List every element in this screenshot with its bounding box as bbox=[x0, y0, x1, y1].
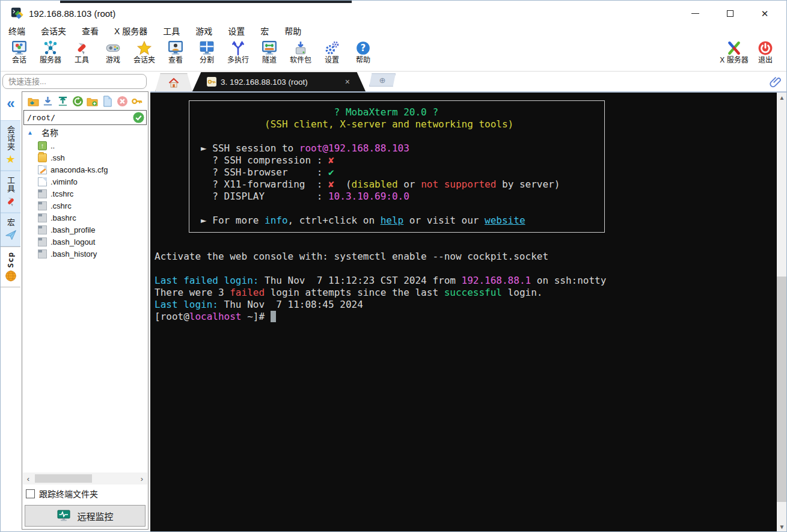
menu-games[interactable]: 游戏 bbox=[195, 25, 212, 37]
multiexec-button[interactable]: 多执行 bbox=[222, 39, 254, 64]
file-row[interactable]: .bash_logout bbox=[22, 236, 148, 248]
follow-terminal-folder[interactable]: 跟踪终端文件夹 bbox=[22, 485, 148, 503]
terminal[interactable]: ? MobaXterm 20.0 ? (SSH client, X-server… bbox=[150, 93, 777, 532]
sidebar-tab-strip: « 会话夹 ★ 工具 宏 Scp bbox=[0, 91, 22, 532]
menu-tools[interactable]: 工具 bbox=[163, 25, 180, 37]
file-row[interactable]: .viminfo bbox=[22, 176, 148, 188]
scroll-left-icon[interactable]: ‹ bbox=[23, 474, 34, 483]
packages-button[interactable]: 软件包 bbox=[285, 39, 316, 64]
file-row[interactable]: anaconda-ks.cfg bbox=[22, 164, 148, 176]
menu-help[interactable]: 帮助 bbox=[284, 25, 301, 37]
star-icon: ★ bbox=[5, 153, 17, 165]
menu-view[interactable]: 查看 bbox=[82, 25, 99, 37]
file-row[interactable]: .bashrc bbox=[22, 212, 148, 224]
sidebar-tab-scp[interactable]: Scp bbox=[0, 246, 20, 287]
terminal-line: ? MobaXterm 20.0 ? bbox=[155, 106, 606, 118]
swiss-knife-icon bbox=[5, 195, 17, 207]
path-input[interactable] bbox=[24, 113, 133, 122]
maximize-icon bbox=[727, 10, 733, 17]
file-icon bbox=[38, 177, 47, 186]
checkbox-label: 跟踪终端文件夹 bbox=[39, 488, 98, 500]
session-button[interactable]: 会话 bbox=[4, 39, 35, 64]
sidebar-tab-macros[interactable]: 宏 bbox=[0, 213, 20, 246]
menu-bar: 终端 会话夹 查看 X 服务器 工具 游戏 设置 宏 帮助 bbox=[0, 23, 787, 38]
new-folder-icon[interactable] bbox=[87, 96, 98, 107]
file-row[interactable]: .cshrc bbox=[22, 200, 148, 212]
scroll-up-icon[interactable]: ▲ bbox=[777, 93, 787, 103]
title-bar: 192.168.88.103 (root) ✕ bbox=[0, 3, 787, 23]
terminal-line: Last login: Thu Nov 7 11:08:45 2024 bbox=[155, 299, 606, 311]
games-button[interactable]: 游戏 bbox=[97, 39, 129, 64]
servers-button[interactable]: 服务器 bbox=[35, 39, 66, 64]
upload-icon[interactable] bbox=[57, 96, 69, 107]
globe-icon bbox=[5, 270, 17, 282]
terminal-line: ? SSH compression : ✘ bbox=[155, 154, 606, 167]
paper-plane-icon bbox=[5, 229, 17, 241]
scrollbar-thumb[interactable] bbox=[35, 474, 92, 483]
scrollbar-thumb[interactable] bbox=[777, 277, 787, 502]
new-file-icon[interactable] bbox=[102, 96, 113, 107]
refresh-icon[interactable] bbox=[72, 96, 84, 107]
home-tab[interactable] bbox=[155, 73, 192, 91]
monitor-chart-icon bbox=[57, 509, 71, 523]
gears-icon bbox=[324, 40, 340, 56]
file-row[interactable]: .tcshrc bbox=[22, 188, 148, 200]
sessions-folder-button[interactable]: 会话夹 bbox=[129, 39, 160, 64]
close-button[interactable]: ✕ bbox=[747, 3, 782, 23]
file-row[interactable]: ↑.. bbox=[22, 139, 148, 151]
window-title: 192.168.88.103 (root) bbox=[29, 8, 115, 19]
tunnel-monitor-icon bbox=[262, 40, 277, 56]
file-list: ↑.. .ssh anaconda-ks.cfg .viminfo .tcshr… bbox=[22, 139, 148, 472]
menu-settings[interactable]: 设置 bbox=[228, 25, 245, 37]
sidebar-tab-tools[interactable]: 工具 bbox=[0, 171, 20, 213]
close-icon: ✕ bbox=[761, 9, 769, 18]
menu-sessions[interactable]: 会话夹 bbox=[41, 25, 66, 37]
file-row[interactable]: .bash_profile bbox=[22, 224, 148, 236]
terminal-link[interactable]: website bbox=[485, 215, 525, 226]
tunnel-button[interactable]: 隧道 bbox=[254, 39, 285, 64]
horizontal-scrollbar[interactable]: ‹ › bbox=[23, 472, 147, 485]
folder-up-icon: ↑ bbox=[38, 141, 47, 150]
tab-close-icon[interactable]: × bbox=[345, 77, 350, 87]
help-button[interactable]: ? 帮助 bbox=[348, 39, 379, 64]
delete-icon[interactable] bbox=[117, 96, 128, 107]
view-button[interactable]: 查看 bbox=[160, 39, 191, 64]
download-icon[interactable] bbox=[42, 96, 54, 107]
exit-button[interactable]: 退出 bbox=[750, 39, 781, 64]
split-button[interactable]: 分割 bbox=[191, 39, 222, 64]
key-icon[interactable] bbox=[131, 96, 142, 107]
tab-title: 3. 192.168.88.103 (root) bbox=[221, 78, 308, 87]
menu-x-server[interactable]: X 服务器 bbox=[114, 25, 147, 37]
terminal-line: ? X11-forwarding : ✘ (disabled or not su… bbox=[155, 179, 606, 191]
x-server-button[interactable]: X 服务器 bbox=[718, 39, 750, 64]
split-panes-icon bbox=[199, 40, 215, 56]
menu-terminal[interactable]: 终端 bbox=[8, 25, 25, 37]
tools-button[interactable]: 工具 bbox=[66, 39, 97, 64]
scroll-right-icon[interactable]: › bbox=[136, 474, 147, 483]
collapse-sidebar-button[interactable]: « bbox=[0, 91, 22, 115]
remote-monitoring-button[interactable]: 远程监控 bbox=[25, 505, 145, 527]
scroll-down-icon[interactable]: ▼ bbox=[777, 522, 787, 532]
file-list-header[interactable]: ▲ 名称 bbox=[22, 125, 148, 139]
new-tab-button[interactable]: ⊕ bbox=[369, 73, 396, 87]
sort-ascending-icon: ▲ bbox=[27, 129, 33, 136]
checkbox[interactable] bbox=[26, 489, 35, 498]
terminal-link[interactable]: help bbox=[381, 215, 404, 226]
go-path-button[interactable] bbox=[133, 112, 144, 123]
terminal-line: ? SSH-browser : ✔ bbox=[155, 167, 606, 179]
quick-connect-input[interactable] bbox=[2, 74, 147, 89]
swiss-knife-icon bbox=[74, 40, 90, 56]
go-up-folder-icon[interactable] bbox=[28, 96, 39, 107]
menu-macros[interactable]: 宏 bbox=[260, 25, 269, 37]
active-session-tab[interactable]: 3. 192.168.88.103 (root) × bbox=[192, 72, 366, 91]
minimize-button[interactable] bbox=[678, 3, 712, 23]
maximize-button[interactable] bbox=[712, 3, 747, 23]
file-row[interactable]: .ssh bbox=[22, 151, 148, 164]
sidebar-tab-sessions[interactable]: 会话夹 ★ bbox=[0, 120, 20, 171]
file-row[interactable]: .bash_history bbox=[22, 248, 148, 260]
terminal-scrollbar[interactable]: ▲ ▼ bbox=[777, 93, 787, 532]
terminal-line: ► SSH session to root@192.168.88.103 bbox=[155, 142, 606, 154]
attachments-icon[interactable] bbox=[769, 75, 782, 89]
terminal-region: 3. 192.168.88.103 (root) × ⊕ ? MobaXterm… bbox=[150, 72, 787, 532]
settings-button[interactable]: 设置 bbox=[316, 39, 348, 64]
